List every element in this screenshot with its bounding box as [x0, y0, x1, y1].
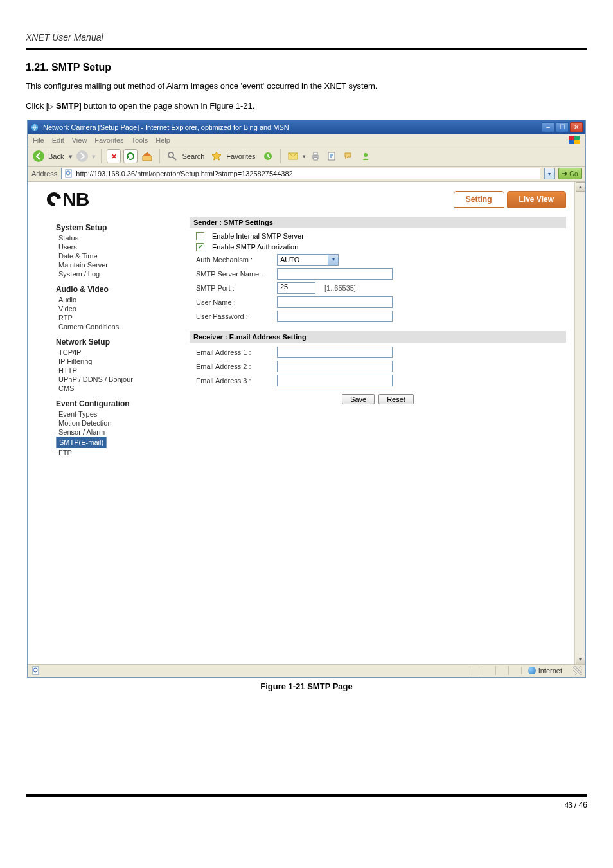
- sb-head-system: System Setup: [56, 223, 172, 232]
- sidebar-item-video[interactable]: Video: [56, 304, 172, 313]
- menu-edit[interactable]: Edit: [52, 136, 64, 144]
- search-label[interactable]: Search: [182, 152, 204, 160]
- footer-rule: [26, 794, 587, 797]
- menu-help[interactable]: Help: [155, 136, 170, 144]
- page-total: 46: [579, 800, 587, 809]
- sidebar-item-syslog[interactable]: System / Log: [56, 269, 172, 278]
- addressbar: Address http://193.168.0.36/html/operato…: [28, 167, 585, 182]
- section-number: 1.21.: [26, 62, 49, 73]
- favorites-label[interactable]: Favorites: [226, 152, 255, 160]
- scrollbar[interactable]: ▴ ▾: [574, 182, 585, 664]
- sidebar-item-eventtypes[interactable]: Event Types: [56, 410, 172, 419]
- svg-point-5: [33, 150, 44, 162]
- port-hint: [1..65535]: [324, 284, 356, 292]
- close-button[interactable]: ✕: [570, 122, 583, 132]
- scroll-up-icon[interactable]: ▴: [576, 182, 585, 192]
- home-button[interactable]: [140, 149, 154, 163]
- reset-button[interactable]: Reset: [378, 394, 414, 404]
- email2-input[interactable]: [277, 361, 393, 372]
- doc-header: XNET User Manual: [26, 32, 587, 42]
- pass-input[interactable]: [277, 311, 393, 322]
- sidebar-item-tcpip[interactable]: TCP/IP: [56, 348, 172, 357]
- menubar: File Edit View Favorites Tools Help: [28, 134, 585, 147]
- address-label: Address: [31, 170, 57, 177]
- search-icon[interactable]: [165, 149, 179, 163]
- user-input[interactable]: [277, 296, 393, 308]
- maximize-button[interactable]: ☐: [556, 122, 569, 132]
- statusbar: Internet: [28, 664, 585, 677]
- svg-rect-14: [328, 152, 335, 160]
- enable-internal-checkbox[interactable]: [196, 232, 204, 240]
- email2-label: Email Address 2 :: [196, 363, 273, 370]
- tab-live-view[interactable]: Live View: [507, 191, 566, 208]
- svg-point-15: [364, 153, 368, 157]
- edit-icon[interactable]: [325, 149, 339, 163]
- auth-mech-select[interactable]: AUTO ▾: [277, 254, 339, 266]
- user-label: User Name :: [196, 298, 273, 306]
- receiver-group-title: Receiver : E-mail Address Setting: [190, 331, 566, 343]
- page-number: 43 / 46: [26, 800, 587, 810]
- print-icon[interactable]: [308, 149, 323, 163]
- sidebar-item-status[interactable]: Status: [56, 233, 172, 242]
- sidebar-item-ftp[interactable]: FTP: [56, 448, 172, 457]
- scroll-down-icon[interactable]: ▾: [576, 655, 585, 664]
- favorites-icon[interactable]: [209, 149, 224, 163]
- sidebar-item-datetime[interactable]: Date & Time: [56, 251, 172, 260]
- menu-tools[interactable]: Tools: [132, 136, 148, 144]
- sidebar-item-maintain[interactable]: Maintain Server: [56, 260, 172, 269]
- click-suffix: ] button to open the page shown in Figur…: [79, 101, 254, 111]
- zone-label: Internet: [538, 667, 562, 674]
- mail-icon[interactable]: [286, 149, 300, 163]
- save-button[interactable]: Save: [342, 394, 375, 404]
- port-label: SMTP Port :: [196, 284, 273, 292]
- sidebar-item-rtp[interactable]: RTP: [56, 313, 172, 322]
- svg-line-8: [173, 157, 176, 160]
- section-title: SMTP Setup: [51, 62, 111, 73]
- messenger-icon[interactable]: [359, 149, 373, 163]
- ie-icon: [30, 123, 39, 132]
- back-button[interactable]: [31, 149, 46, 163]
- history-icon[interactable]: [261, 149, 275, 163]
- resize-grip-icon[interactable]: [573, 666, 582, 675]
- sidebar-item-http[interactable]: HTTP: [56, 366, 172, 375]
- address-input[interactable]: http://193.168.0.36/html/operator/Setup.…: [61, 168, 540, 179]
- back-label[interactable]: Back: [48, 152, 64, 160]
- sidebar-item-camcond[interactable]: Camera Conditions: [56, 322, 172, 331]
- forward-button[interactable]: [75, 149, 89, 163]
- enable-auth-checkbox[interactable]: [196, 243, 204, 251]
- svg-rect-12: [314, 152, 317, 155]
- minimize-button[interactable]: –: [542, 122, 555, 132]
- click-bold: SMTP: [56, 101, 79, 111]
- cnb-logo: NB: [47, 188, 89, 210]
- sidebar-item-smtp[interactable]: SMTP(E-mail): [56, 437, 107, 448]
- window-title: Network Camera [Setup Page] - Internet E…: [43, 123, 542, 131]
- go-button[interactable]: Go: [558, 168, 582, 179]
- page-content: ▴ ▾ NB Setting Live View System Setup St…: [28, 182, 585, 664]
- svg-point-7: [168, 152, 173, 158]
- address-dropdown[interactable]: ▾: [544, 168, 555, 179]
- menu-file[interactable]: File: [33, 136, 44, 144]
- discuss-icon[interactable]: [342, 149, 356, 163]
- stop-button[interactable]: ✕: [107, 149, 121, 163]
- email3-input[interactable]: [277, 375, 393, 386]
- sb-head-av: Audio & Video: [56, 285, 172, 294]
- sidebar-item-audio[interactable]: Audio: [56, 295, 172, 304]
- email1-input[interactable]: [277, 347, 393, 358]
- sb-head-event: Event Configuration: [56, 399, 172, 408]
- sidebar-item-motion[interactable]: Motion Detection: [56, 419, 172, 428]
- menu-view[interactable]: View: [72, 136, 87, 144]
- menu-favorites[interactable]: Favorites: [94, 136, 123, 144]
- tab-setting[interactable]: Setting: [454, 191, 504, 208]
- enable-internal-label: Enable Internal SMTP Server: [212, 232, 304, 240]
- sidebar-item-users[interactable]: Users: [56, 242, 172, 251]
- server-name-input[interactable]: [277, 268, 393, 280]
- sidebar-item-ipfilter[interactable]: IP Filtering: [56, 357, 172, 366]
- sidebar-item-cms[interactable]: CMS: [56, 384, 172, 393]
- sidebar-item-sensor[interactable]: Sensor / Alarm: [56, 428, 172, 437]
- svg-rect-3: [569, 140, 574, 144]
- sidebar-item-upnp[interactable]: UPnP / DDNS / Bonjour: [56, 375, 172, 384]
- titlebar: Network Camera [Setup Page] - Internet E…: [28, 120, 585, 134]
- refresh-button[interactable]: [123, 149, 138, 163]
- server-name-label: SMTP Server Name :: [196, 270, 273, 278]
- port-input[interactable]: 25: [277, 282, 315, 294]
